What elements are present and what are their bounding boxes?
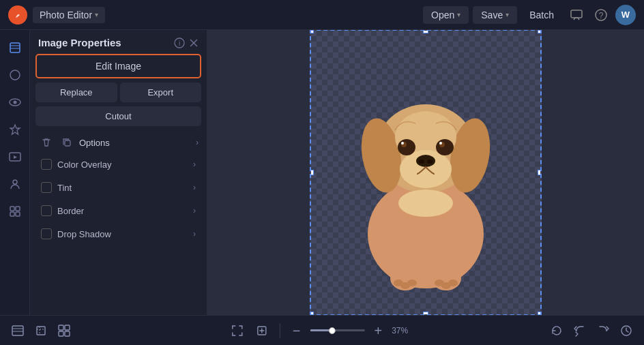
app-logo: [8, 5, 27, 25]
tint-label: Tint: [57, 183, 188, 193]
image-properties-panel: Image Properties i Edit Image Replace Ex…: [30, 30, 207, 315]
save-label: Save: [481, 10, 503, 20]
svg-rect-12: [10, 207, 14, 211]
panel-body: Edit Image Replace Export Cutout: [30, 54, 207, 249]
bottom-bar-right: [547, 321, 636, 340]
cutout-button[interactable]: Cutout: [35, 106, 201, 126]
panel-header: Image Properties i: [30, 30, 207, 54]
svg-point-11: [13, 180, 17, 184]
svg-text:?: ?: [599, 11, 604, 20]
crop-button[interactable]: [31, 321, 50, 340]
sidebar-item-media[interactable]: [3, 145, 27, 169]
svg-rect-55: [65, 331, 70, 336]
panel-title: Image Properties: [38, 37, 170, 48]
tint-chevron: ›: [193, 183, 196, 192]
border-checkbox[interactable]: [41, 205, 52, 216]
duplicate-options-icon[interactable]: [59, 136, 75, 149]
delete-options-icon[interactable]: [38, 136, 55, 149]
undo-button[interactable]: [570, 321, 589, 340]
drop-shadow-row[interactable]: Drop Shadow ›: [35, 224, 201, 243]
zoom-slider[interactable]: [310, 329, 365, 331]
open-chevron: ▾: [457, 11, 460, 18]
open-button[interactable]: Open ▾: [423, 6, 469, 24]
svg-point-36: [439, 142, 442, 145]
color-overlay-row[interactable]: Color Overlay ›: [35, 155, 201, 174]
dog-image: [311, 31, 540, 314]
sidebar-item-shapes[interactable]: [3, 63, 27, 87]
handle-top-right[interactable]: [538, 30, 542, 33]
sidebar-item-view[interactable]: [3, 90, 27, 115]
tint-row[interactable]: Tint ›: [35, 178, 201, 197]
svg-rect-13: [16, 207, 20, 211]
info-icon[interactable]: i: [174, 38, 185, 48]
svg-rect-53: [65, 325, 70, 330]
save-button[interactable]: Save ▾: [473, 6, 517, 24]
grid-view-button[interactable]: [55, 321, 74, 340]
handle-middle-left[interactable]: [310, 170, 314, 175]
svg-rect-46: [12, 326, 23, 335]
svg-point-7: [10, 70, 20, 80]
sidebar-item-layers[interactable]: [3, 35, 27, 60]
svg-rect-52: [59, 325, 63, 330]
handle-top-middle[interactable]: [423, 30, 428, 33]
batch-label: Batch: [529, 10, 554, 20]
fit-to-screen-button[interactable]: [252, 321, 272, 340]
border-chevron: ›: [193, 206, 196, 215]
color-overlay-label: Color Overlay: [57, 160, 188, 170]
user-avatar-button[interactable]: W: [615, 5, 636, 25]
replace-export-row: Replace Export: [35, 82, 201, 102]
app-title-button[interactable]: Photo Editor ▾: [33, 7, 105, 23]
svg-point-9: [13, 101, 16, 104]
svg-point-42: [407, 280, 417, 286]
handle-middle-right[interactable]: [538, 170, 542, 175]
svg-point-35: [401, 142, 404, 145]
layers-panel-button[interactable]: [8, 321, 27, 340]
border-label: Border: [57, 206, 188, 216]
handle-top-left[interactable]: [310, 30, 314, 33]
replace-button[interactable]: Replace: [35, 82, 117, 102]
color-overlay-checkbox[interactable]: [41, 159, 52, 170]
save-chevron: ▾: [506, 11, 509, 18]
svg-point-37: [398, 190, 453, 217]
sidebar-item-people[interactable]: [3, 172, 27, 196]
svg-point-32: [436, 139, 454, 155]
svg-point-28: [416, 155, 435, 167]
zoom-divider: [280, 323, 280, 338]
drop-shadow-checkbox[interactable]: [41, 228, 52, 239]
avatar-letter: W: [621, 10, 630, 20]
zoom-in-button[interactable]: +: [370, 322, 387, 339]
close-icon[interactable]: [189, 38, 199, 48]
svg-text:i: i: [179, 40, 180, 47]
bottom-bar: − + 37%: [0, 315, 644, 345]
zoom-out-button[interactable]: −: [289, 322, 305, 339]
open-label: Open: [431, 10, 454, 20]
chat-icon-button[interactable]: [566, 5, 587, 25]
options-row: Options ›: [35, 133, 201, 151]
canvas-area: [207, 30, 644, 315]
topbar-actions: Open ▾ Save ▾ Batch ? W: [423, 5, 636, 25]
tint-checkbox[interactable]: [41, 182, 52, 193]
export-button[interactable]: Export: [120, 82, 202, 102]
zoom-percentage: 37%: [392, 326, 416, 335]
svg-rect-4: [10, 43, 20, 52]
svg-point-30: [427, 160, 433, 164]
reset-button[interactable]: [547, 321, 566, 340]
app-title-chevron: ▾: [95, 11, 98, 18]
topbar: Photo Editor ▾ Open ▾ Save ▾ Batch ?: [0, 0, 644, 30]
drop-shadow-chevron: ›: [193, 229, 196, 239]
border-row[interactable]: Border ›: [35, 201, 201, 220]
history-button[interactable]: [617, 321, 636, 340]
edit-image-button[interactable]: Edit Image: [35, 54, 201, 78]
app-title-label: Photo Editor: [40, 10, 92, 20]
color-overlay-chevron: ›: [193, 160, 196, 169]
sidebar-item-effects[interactable]: [3, 117, 27, 142]
fullscreen-button[interactable]: [228, 321, 247, 340]
help-icon-button[interactable]: ?: [591, 5, 611, 25]
svg-point-31: [398, 139, 415, 155]
zoom-slider-thumb[interactable]: [329, 327, 336, 334]
svg-rect-20: [65, 140, 70, 146]
sidebar-item-plugins[interactable]: [3, 199, 27, 224]
batch-button[interactable]: Batch: [521, 6, 562, 24]
svg-point-45: [448, 280, 458, 286]
redo-button[interactable]: [594, 321, 613, 340]
